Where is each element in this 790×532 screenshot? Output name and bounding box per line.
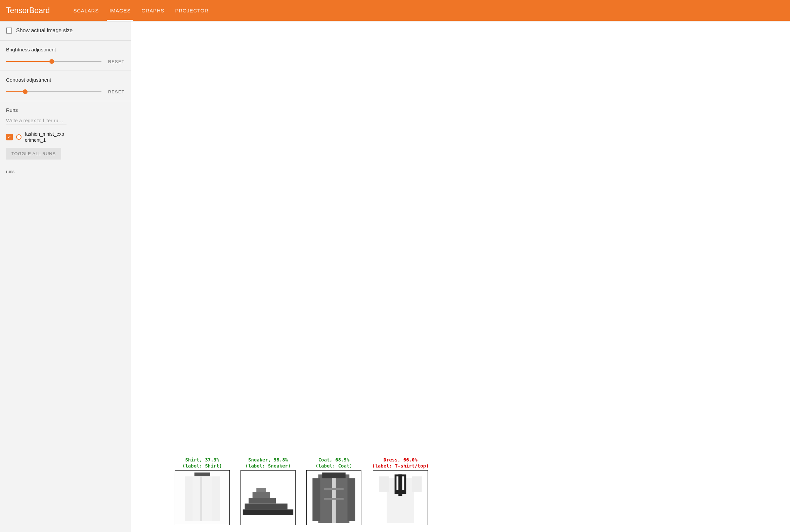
contrast-title: Contrast adjustment (6, 77, 125, 83)
svg-rect-1 (194, 473, 210, 477)
svg-rect-22 (379, 476, 389, 492)
tshirt-icon (373, 471, 428, 525)
sidebar: Show actual image size Brightness adjust… (0, 21, 131, 532)
app-logo: TensorBoard (6, 6, 50, 15)
svg-rect-19 (324, 498, 344, 500)
run-color-swatch[interactable] (16, 134, 21, 140)
contrast-slider[interactable] (6, 89, 101, 95)
image-caption-0: Shirt, 37.3% (label: Shirt) (182, 457, 222, 469)
image-item-1: Sneaker, 98.8% (label: Sneaker) (241, 457, 296, 525)
tab-graphs[interactable]: GRAPHS (142, 0, 164, 21)
svg-rect-8 (245, 504, 287, 509)
image-item-3: Dress, 66.0% (label: T-shirt/top) (372, 457, 429, 525)
runs-filter-input[interactable] (6, 116, 67, 125)
image-thumb-2[interactable] (306, 470, 361, 525)
top-header: TensorBoard SCALARS IMAGES GRAPHS PROJEC… (0, 0, 790, 21)
svg-rect-18 (324, 488, 344, 490)
svg-rect-9 (248, 498, 276, 504)
image-thumb-3[interactable] (373, 470, 428, 525)
svg-rect-11 (256, 488, 266, 492)
image-caption-3: Dress, 66.0% (label: T-shirt/top) (372, 457, 429, 469)
svg-rect-15 (347, 478, 355, 521)
toggle-all-runs-button[interactable]: TOGGLE ALL RUNS (6, 148, 61, 159)
tab-images[interactable]: IMAGES (110, 0, 131, 21)
svg-rect-16 (322, 473, 345, 478)
runs-section: Runs fashion_mnist_experiment_1 TOGGLE A… (0, 101, 131, 166)
tab-projector[interactable]: PROJECTOR (175, 0, 208, 21)
image-thumb-0[interactable] (175, 470, 230, 525)
show-actual-size-checkbox[interactable] (6, 27, 12, 34)
coat-icon (307, 471, 361, 525)
runs-title: Runs (6, 107, 125, 113)
image-caption-2: Coat, 68.9% (label: Coat) (315, 457, 352, 469)
show-actual-size-row: Show actual image size (0, 21, 131, 41)
svg-rect-5 (200, 476, 202, 521)
main-area: Shirt, 37.3% (label: Shirt) S (131, 21, 790, 532)
svg-rect-3 (185, 476, 192, 521)
svg-rect-7 (243, 510, 293, 515)
run-item: fashion_mnist_experiment_1 (6, 131, 125, 143)
image-item-2: Coat, 68.9% (label: Coat) (306, 457, 361, 525)
tabs: SCALARS IMAGES GRAPHS PROJECTOR (73, 0, 208, 21)
brightness-slider[interactable] (6, 58, 101, 64)
svg-rect-23 (412, 476, 422, 492)
tab-scalars[interactable]: SCALARS (73, 0, 99, 21)
show-actual-size-label: Show actual image size (16, 27, 73, 34)
contrast-section: Contrast adjustment RESET (0, 71, 131, 101)
run-name: fashion_mnist_experiment_1 (25, 131, 65, 143)
svg-rect-14 (313, 478, 320, 521)
shirt-icon (175, 471, 229, 525)
brightness-title: Brightness adjustment (6, 47, 125, 52)
sneaker-icon (241, 471, 295, 525)
brightness-section: Brightness adjustment RESET (0, 41, 131, 71)
brightness-reset-button[interactable]: RESET (108, 59, 125, 64)
svg-rect-26 (399, 475, 403, 496)
image-caption-1: Sneaker, 98.8% (label: Sneaker) (246, 457, 291, 469)
svg-rect-10 (252, 492, 270, 498)
svg-rect-4 (212, 476, 220, 521)
contrast-reset-button[interactable]: RESET (108, 89, 125, 94)
run-checkbox[interactable] (6, 134, 13, 140)
image-item-0: Shirt, 37.3% (label: Shirt) (175, 457, 230, 525)
image-grid: Shirt, 37.3% (label: Shirt) S (175, 457, 429, 525)
svg-rect-17 (332, 478, 336, 523)
image-thumb-1[interactable] (241, 470, 296, 525)
runs-footer: runs (0, 169, 131, 180)
